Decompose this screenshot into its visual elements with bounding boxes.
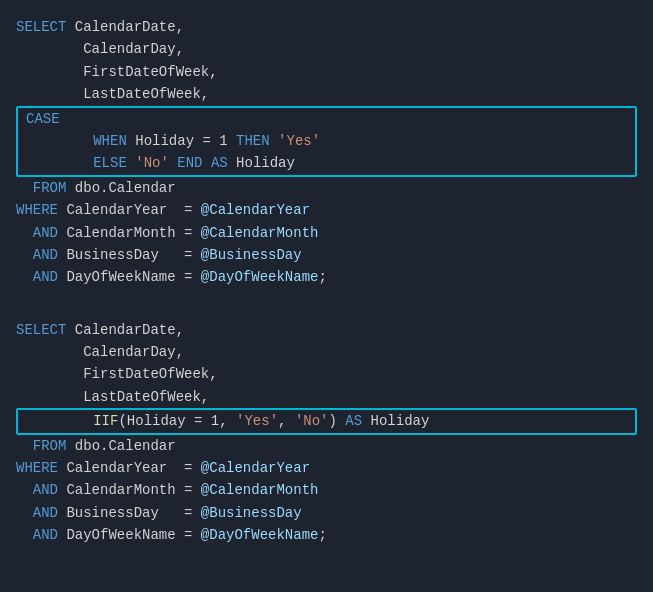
variable: @BusinessDay (201, 502, 302, 524)
code-text: LastDateOfWeek, (16, 386, 209, 408)
keyword-and: AND (16, 244, 58, 266)
keyword-and: AND (16, 266, 58, 288)
code-text: Holiday (127, 130, 203, 152)
line: FirstDateOfWeek, (0, 61, 653, 83)
code-text: CalendarMonth = (58, 479, 201, 501)
code-text: CalendarYear = (58, 457, 201, 479)
code-text: , (278, 410, 295, 432)
variable: @DayOfWeekName (201, 524, 319, 546)
code-text (26, 130, 93, 152)
code-text: FirstDateOfWeek, (16, 61, 218, 83)
line: WHEN Holiday = 1 THEN 'Yes' (22, 130, 631, 152)
line: AND DayOfWeekName = @DayOfWeekName; (0, 524, 653, 546)
code-text: DayOfWeekName = (58, 266, 201, 288)
code-text: CalendarDate, (66, 16, 184, 38)
code-text: CalendarDay, (16, 38, 184, 60)
code-text: dbo.Calendar (66, 177, 175, 199)
variable: @BusinessDay (201, 244, 302, 266)
keyword-and: AND (16, 524, 58, 546)
line: LastDateOfWeek, (0, 83, 653, 105)
code-text: Holiday (362, 410, 429, 432)
code-editor: SELECT CalendarDate, CalendarDay, FirstD… (0, 12, 653, 551)
code-text: FirstDateOfWeek, (16, 363, 218, 385)
keyword-case: CASE (26, 108, 60, 130)
case-highlight-block: CASE WHEN Holiday = 1 THEN 'Yes' ELSE 'N… (16, 106, 637, 177)
line: FirstDateOfWeek, (0, 363, 653, 385)
line: FROM dbo.Calendar (0, 435, 653, 457)
keyword-where: WHERE (16, 199, 58, 221)
line: AND BusinessDay = @BusinessDay (0, 502, 653, 524)
string-no: 'No' (295, 410, 329, 432)
keyword-as: AS (211, 152, 228, 174)
keyword-then: THEN (236, 130, 270, 152)
code-text (202, 152, 210, 174)
iif-highlight-block: IIF(Holiday = 1, 'Yes', 'No') AS Holiday (16, 408, 637, 434)
line: CalendarDay, (0, 341, 653, 363)
string-yes: 'Yes' (236, 410, 278, 432)
code-text: Holiday (228, 152, 295, 174)
code-text (26, 152, 93, 174)
keyword-from: FROM (16, 177, 66, 199)
code-text: ; (318, 524, 326, 546)
line: FROM dbo.Calendar (0, 177, 653, 199)
code-text (169, 152, 177, 174)
line: ELSE 'No' END AS Holiday (22, 152, 631, 174)
line: AND DayOfWeekName = @DayOfWeekName; (0, 266, 653, 288)
keyword-end: END (177, 152, 202, 174)
keyword-select: SELECT (16, 319, 66, 341)
variable: @DayOfWeekName (201, 266, 319, 288)
line: WHERE CalendarYear = @CalendarYear (0, 199, 653, 221)
line: AND CalendarMonth = @CalendarMonth (0, 479, 653, 501)
code-text: BusinessDay = (58, 502, 201, 524)
line: IIF(Holiday = 1, 'Yes', 'No') AS Holiday (22, 410, 631, 432)
string-yes: 'Yes' (278, 130, 320, 152)
variable: @CalendarYear (201, 199, 310, 221)
code-text: dbo.Calendar (66, 435, 175, 457)
line: SELECT CalendarDate, (0, 16, 653, 38)
section-gap (0, 293, 653, 315)
code-text: CalendarMonth = (58, 222, 201, 244)
keyword-and: AND (16, 479, 58, 501)
line: WHERE CalendarYear = @CalendarYear (0, 457, 653, 479)
code-text: ) (329, 410, 346, 432)
line: SELECT CalendarDate, (0, 319, 653, 341)
keyword-when: WHEN (93, 130, 127, 152)
code-text: CalendarDate, (66, 319, 184, 341)
code-text: DayOfWeekName = (58, 524, 201, 546)
variable: @CalendarMonth (201, 479, 319, 501)
keyword: SELECT (16, 16, 66, 38)
code-text: CalendarDay, (16, 341, 184, 363)
keyword-else: ELSE (93, 152, 127, 174)
code-text: LastDateOfWeek, (16, 83, 209, 105)
keyword-and: AND (16, 222, 58, 244)
variable: @CalendarMonth (201, 222, 319, 244)
line: CASE (22, 108, 631, 130)
code-text (26, 410, 93, 432)
keyword-where: WHERE (16, 457, 58, 479)
keyword-as: AS (345, 410, 362, 432)
code-block-1: SELECT CalendarDate, CalendarDay, FirstD… (0, 12, 653, 293)
code-text (127, 152, 135, 174)
line: LastDateOfWeek, (0, 386, 653, 408)
line: CalendarDay, (0, 38, 653, 60)
code-text: ; (318, 266, 326, 288)
function-iif: IIF (93, 410, 118, 432)
code-text: = 1 (202, 130, 236, 152)
code-text: BusinessDay = (58, 244, 201, 266)
variable: @CalendarYear (201, 457, 310, 479)
string-no: 'No' (135, 152, 169, 174)
code-text: CalendarYear = (58, 199, 201, 221)
code-text (270, 130, 278, 152)
keyword-and: AND (16, 502, 58, 524)
keyword-from: FROM (16, 435, 66, 457)
line: AND BusinessDay = @BusinessDay (0, 244, 653, 266)
code-block-2: SELECT CalendarDate, CalendarDay, FirstD… (0, 315, 653, 551)
code-text: (Holiday = 1, (118, 410, 236, 432)
line: AND CalendarMonth = @CalendarMonth (0, 222, 653, 244)
